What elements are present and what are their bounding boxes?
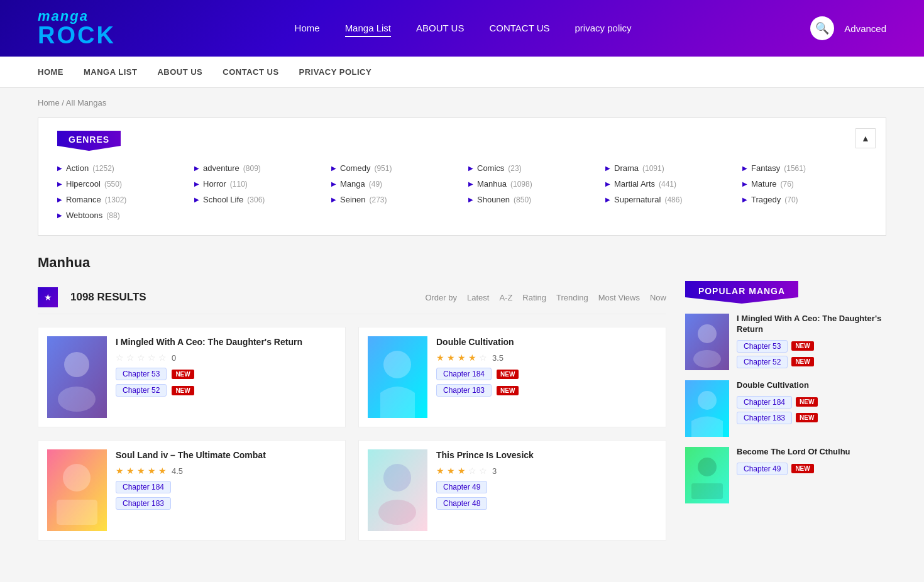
manga-card: Double Cultivation ★ ★ ★ ★ ☆ 3.5 Chapter… bbox=[358, 327, 666, 427]
popular-thumbnail[interactable] bbox=[685, 314, 729, 370]
chapter-badge[interactable]: Chapter 53 bbox=[737, 340, 788, 353]
popular-thumbnail[interactable] bbox=[685, 380, 729, 437]
order-trending[interactable]: Trending bbox=[556, 293, 588, 302]
genre-horror[interactable]: ▶ Horror (110) bbox=[194, 179, 319, 189]
sec-nav-privacy-policy[interactable]: PRIVACY POLICY bbox=[299, 67, 372, 77]
chapter-badge[interactable]: Chapter 184 bbox=[116, 481, 171, 493]
popular-title[interactable]: Double Cultivation bbox=[737, 380, 886, 391]
genre-arrow: ▶ bbox=[194, 196, 199, 203]
sec-nav-manga-list[interactable]: MANGA LIST bbox=[84, 67, 137, 77]
search-button[interactable]: 🔍 bbox=[810, 16, 834, 40]
genre-name: adventure bbox=[203, 163, 239, 173]
genre-comics[interactable]: ▶ Comics (23) bbox=[468, 163, 593, 173]
nav-privacy-policy[interactable]: privacy policy bbox=[575, 23, 632, 33]
chapter-item: Chapter 184 NEW bbox=[436, 368, 657, 380]
genre-name: Webtoons bbox=[66, 211, 102, 220]
star-3: ★ bbox=[137, 466, 145, 476]
popular-chapter-row: Chapter 49 NEW bbox=[737, 463, 886, 475]
genre-count: (850) bbox=[514, 195, 531, 204]
genre-manga[interactable]: ▶ Manga (49) bbox=[331, 179, 456, 189]
genre-name: Drama bbox=[614, 163, 639, 173]
order-most-views[interactable]: Most Views bbox=[598, 293, 640, 302]
manga-title[interactable]: Double Cultivation bbox=[436, 336, 657, 348]
genre-count: (23) bbox=[508, 164, 521, 173]
genre-hipercool[interactable]: ▶ Hipercool (550) bbox=[57, 179, 182, 189]
logo-manga: manga bbox=[38, 9, 116, 23]
manga-card: This Prince Is Lovesick ★ ★ ★ ☆ ☆ 3 Chap… bbox=[358, 440, 666, 541]
chapter-item: Chapter 184 bbox=[116, 481, 336, 493]
chapter-badge[interactable]: Chapter 183 bbox=[737, 412, 792, 424]
genre-count: (1561) bbox=[784, 164, 806, 173]
manga-thumbnail[interactable] bbox=[368, 336, 427, 418]
genre-comedy[interactable]: ▶ Comedy (951) bbox=[331, 163, 456, 173]
genre-name: Action bbox=[66, 163, 89, 173]
manga-title[interactable]: Soul Land iv – The Ultimate Combat bbox=[116, 449, 336, 461]
nav-manga-list[interactable]: Manga List bbox=[345, 23, 391, 37]
genre-supernatural[interactable]: ▶ Supernatural (486) bbox=[605, 195, 730, 204]
chapter-badge[interactable]: Chapter 53 bbox=[116, 368, 167, 380]
sec-nav-contact-us[interactable]: CONTACT US bbox=[223, 67, 278, 77]
manga-thumbnail[interactable] bbox=[368, 449, 427, 531]
chapter-badge[interactable]: Chapter 48 bbox=[436, 497, 487, 510]
genres-box: GENRES ▲ ▶ Action (1252) ▶ adventure (80… bbox=[38, 118, 886, 236]
order-now[interactable]: Now bbox=[650, 293, 666, 302]
chapter-badge[interactable]: Chapter 184 bbox=[737, 396, 792, 409]
chapter-badge[interactable]: Chapter 49 bbox=[737, 463, 788, 475]
popular-thumbnail[interactable] bbox=[685, 447, 729, 503]
genre-count: (110) bbox=[230, 180, 248, 189]
genre-shounen[interactable]: ▶ Shounen (850) bbox=[468, 195, 593, 204]
sec-nav-about-us[interactable]: ABOUT US bbox=[157, 67, 202, 77]
site-logo[interactable]: manga ROCK bbox=[38, 9, 116, 47]
popular-item: Become The Lord Of Cthulhu Chapter 49 NE… bbox=[685, 447, 886, 503]
genre-school-life[interactable]: ▶ School Life (306) bbox=[194, 195, 319, 204]
manga-thumbnail[interactable] bbox=[47, 449, 107, 531]
genre-mature[interactable]: ▶ Mature (76) bbox=[742, 179, 867, 189]
genre-action[interactable]: ▶ Action (1252) bbox=[57, 163, 182, 173]
genre-drama[interactable]: ▶ Drama (1091) bbox=[605, 163, 730, 173]
rating-number: 3.5 bbox=[492, 353, 503, 363]
chapter-badge[interactable]: Chapter 52 bbox=[737, 356, 788, 368]
genre-name: Martial Arts bbox=[614, 179, 655, 189]
svg-point-15 bbox=[698, 391, 717, 410]
manga-thumbnail[interactable] bbox=[47, 336, 107, 418]
nav-contact-us[interactable]: CONTACT US bbox=[489, 23, 549, 33]
genre-romance[interactable]: ▶ Romance (1302) bbox=[57, 195, 182, 204]
chapter-badge[interactable]: Chapter 52 bbox=[116, 384, 167, 397]
genre-martial-arts[interactable]: ▶ Martial Arts (441) bbox=[605, 179, 730, 189]
chapter-badge[interactable]: Chapter 183 bbox=[116, 497, 171, 510]
order-rating[interactable]: Rating bbox=[522, 293, 546, 302]
collapse-button[interactable]: ▲ bbox=[855, 128, 876, 148]
svg-point-1 bbox=[64, 352, 89, 377]
genre-webtoons[interactable]: ▶ Webtoons (88) bbox=[57, 211, 182, 220]
breadcrumb-home[interactable]: Home bbox=[38, 98, 60, 107]
popular-item: I Mingled With A Ceo: The Daughter's Ret… bbox=[685, 314, 886, 370]
main-wrapper: GENRES ▲ ▶ Action (1252) ▶ adventure (80… bbox=[0, 118, 924, 566]
genre-tragedy[interactable]: ▶ Tragedy (70) bbox=[742, 195, 867, 204]
advanced-link[interactable]: Advanced bbox=[844, 23, 886, 34]
sec-nav-home[interactable]: HOME bbox=[38, 67, 63, 77]
genre-count: (951) bbox=[374, 164, 392, 173]
star-4: ☆ bbox=[148, 353, 156, 363]
chapter-badge[interactable]: Chapter 49 bbox=[436, 481, 487, 493]
popular-title[interactable]: I Mingled With A Ceo: The Daughter's Ret… bbox=[737, 314, 886, 335]
nav-home[interactable]: Home bbox=[295, 23, 320, 33]
order-az[interactable]: A-Z bbox=[499, 293, 512, 302]
manga-title[interactable]: This Prince Is Lovesick bbox=[436, 449, 657, 461]
genre-seinen[interactable]: ▶ Seinen (273) bbox=[331, 195, 456, 204]
chapter-badge[interactable]: Chapter 184 bbox=[436, 368, 492, 380]
chapter-list: Chapter 53 NEW Chapter 52 NEW bbox=[116, 368, 336, 397]
manga-title[interactable]: I Mingled With A Ceo: The Daughter's Ret… bbox=[116, 336, 336, 348]
genre-adventure[interactable]: ▶ adventure (809) bbox=[194, 163, 319, 173]
order-latest[interactable]: Latest bbox=[467, 293, 489, 302]
chapter-badge[interactable]: Chapter 183 bbox=[436, 384, 492, 397]
genre-arrow: ▶ bbox=[57, 180, 62, 187]
genre-manhua[interactable]: ▶ Manhua (1098) bbox=[468, 179, 593, 189]
genre-fantasy[interactable]: ▶ Fantasy (1561) bbox=[742, 163, 867, 173]
popular-title[interactable]: Become The Lord Of Cthulhu bbox=[737, 447, 886, 458]
top-navigation: manga ROCK Home Manga List ABOUT US CONT… bbox=[0, 0, 924, 57]
nav-about-us[interactable]: ABOUT US bbox=[416, 23, 464, 33]
genre-arrow: ▶ bbox=[468, 180, 473, 187]
star-2: ★ bbox=[447, 353, 455, 363]
star-5: ☆ bbox=[158, 353, 167, 363]
genre-count: (441) bbox=[659, 180, 676, 189]
